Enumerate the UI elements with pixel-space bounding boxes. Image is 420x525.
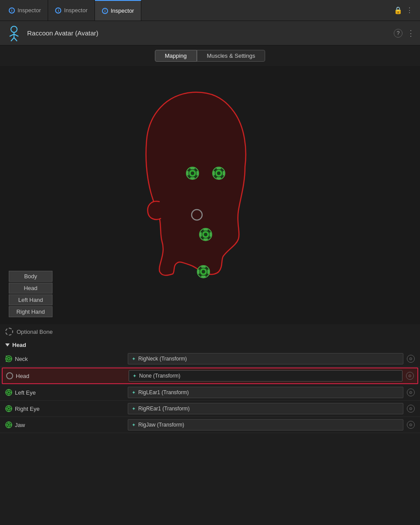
neck-bone-row: Neck ✦ RigNeck (Transform) ⊙ — [0, 351, 420, 367]
righteye-target-button[interactable]: ⊙ — [407, 405, 415, 413]
head-bone-icon — [6, 372, 13, 379]
svg-rect-11 — [196, 171, 199, 175]
body-button[interactable]: Body — [9, 271, 52, 282]
svg-point-0 — [11, 26, 17, 32]
svg-rect-38 — [6, 356, 7, 357]
optional-bone-label: Optional Bone — [17, 329, 52, 335]
lefteye-bone-row: Left Eye ✦ RigLEar1 (Transform) ⊙ — [0, 385, 420, 401]
neck-transform-field[interactable]: ✦ RigNeck (Transform) — [128, 353, 403, 364]
svg-rect-24 — [203, 228, 208, 231]
lefteye-bone-label: Left Eye — [15, 389, 36, 396]
svg-rect-9 — [190, 167, 195, 169]
lefteye-transform-text: RigLEar1 (Transform) — [138, 389, 189, 396]
right-hand-button[interactable]: Right Hand — [9, 306, 52, 317]
righteye-bone-name-col: Right Eye — [5, 405, 128, 412]
tab-bar: i Inspector i Inspector i Inspector 🔒 ⋮ — [0, 0, 420, 21]
lock-icon[interactable]: 🔒 — [394, 6, 402, 14]
svg-point-58 — [8, 424, 10, 426]
svg-rect-27 — [200, 232, 202, 237]
neck-bone-label: Neck — [15, 356, 28, 362]
lefteye-transform-icon: ✦ — [132, 390, 136, 396]
asset-title: Raccoon Avatar (Avatar) — [27, 29, 98, 37]
section-title: Head — [12, 342, 26, 348]
lefteye-bone-name-col: Left Eye — [5, 389, 128, 396]
lefteye-target-button[interactable]: ⊙ — [407, 388, 415, 396]
tab-bar-actions: 🔒 ⋮ — [394, 6, 418, 14]
more-options-icon[interactable]: ⋮ — [406, 6, 413, 14]
svg-point-44 — [8, 392, 10, 393]
svg-rect-16 — [217, 167, 221, 169]
tab-mapping[interactable]: Mapping — [155, 50, 197, 62]
nav-buttons: Body Head Left Hand Right Hand — [9, 271, 52, 317]
svg-rect-32 — [201, 276, 206, 278]
neck-bone-name-col: Neck — [5, 355, 128, 362]
optional-bone-icon — [5, 328, 13, 336]
svg-rect-53 — [11, 408, 12, 410]
jaw-target-button[interactable]: ⊙ — [407, 421, 415, 429]
asset-header-right: ? ⋮ — [394, 28, 415, 38]
svg-rect-31 — [201, 266, 206, 268]
head-bone-name-col: Head — [6, 372, 129, 379]
svg-rect-41 — [11, 358, 12, 360]
svg-rect-62 — [8, 427, 10, 428]
left-hand-button[interactable]: Left Hand — [9, 294, 52, 305]
tab-inspector-1[interactable]: i Inspector — [2, 0, 48, 21]
neck-target-button[interactable]: ⊙ — [407, 355, 415, 363]
head-bone-row: Head ✦ None (Transform) ⊙ — [2, 368, 418, 384]
svg-rect-39 — [6, 361, 7, 362]
svg-rect-26 — [210, 232, 212, 237]
svg-rect-40 — [6, 358, 7, 360]
jaw-transform-icon: ✦ — [132, 422, 136, 428]
tab-inspector-3[interactable]: i Inspector — [95, 0, 141, 21]
asset-header: Raccoon Avatar (Avatar) ? ⋮ — [0, 21, 420, 46]
help-button[interactable]: ? — [394, 29, 402, 38]
head-transform-icon: ✦ — [133, 373, 136, 379]
svg-rect-45 — [6, 392, 7, 393]
jaw-bone-row: Jaw ✦ RigJaw (Transform) ⊙ — [0, 417, 420, 433]
tab-muscles-settings[interactable]: Muscles & Settings — [197, 50, 266, 62]
sub-tabs: Mapping Muscles & Settings — [0, 46, 420, 66]
neck-bone-icon — [5, 355, 12, 362]
bone-section: Optional Bone Head Neck ✦ RigNeck (Trans… — [0, 324, 420, 433]
righteye-transform-text: RigREar1 (Transform) — [138, 406, 190, 412]
tab-label-2: Inspector — [64, 7, 87, 14]
righteye-bone-row: Right Eye ✦ RigREar1 (Transform) ⊙ — [0, 401, 420, 417]
righteye-transform-field[interactable]: ✦ RigREar1 (Transform) — [128, 403, 403, 414]
righteye-transform-icon: ✦ — [132, 406, 136, 412]
head-target-button[interactable]: ⊙ — [406, 372, 414, 380]
svg-rect-34 — [197, 270, 200, 274]
jaw-bone-name-col: Jaw — [5, 421, 128, 428]
svg-rect-48 — [8, 395, 10, 396]
svg-point-37 — [8, 358, 10, 360]
svg-point-51 — [8, 408, 10, 410]
jaw-transform-field[interactable]: ✦ RigJaw (Transform) — [128, 419, 403, 430]
head-transform-field[interactable]: ✦ None (Transform) — [129, 370, 402, 382]
lefteye-transform-field[interactable]: ✦ RigLEar1 (Transform) — [128, 387, 403, 398]
svg-point-15 — [217, 172, 220, 175]
head-transform-text: None (Transform) — [139, 373, 180, 379]
svg-rect-61 — [8, 422, 10, 423]
head-button[interactable]: Head — [9, 283, 52, 294]
svg-rect-55 — [8, 411, 10, 412]
lefteye-bone-icon — [5, 389, 12, 396]
svg-rect-19 — [213, 171, 215, 175]
tab-inspector-2[interactable]: i Inspector — [48, 0, 94, 21]
svg-rect-33 — [207, 270, 210, 274]
neck-transform-text: RigNeck (Transform) — [138, 356, 187, 362]
svg-rect-10 — [190, 177, 195, 179]
tab-label-3: Inspector — [111, 7, 134, 14]
head-section-header: Head — [0, 339, 420, 351]
svg-line-3 — [14, 34, 18, 36]
optional-bone-row: Optional Bone — [0, 324, 420, 339]
head-silhouette — [122, 70, 298, 302]
tab-info-icon-3: i — [102, 8, 108, 14]
svg-rect-17 — [217, 177, 221, 179]
svg-rect-59 — [6, 424, 7, 426]
svg-line-2 — [10, 34, 14, 36]
head-bone-label: Head — [16, 373, 29, 379]
tab-info-icon-2: i — [55, 7, 61, 14]
avatar-icon — [5, 24, 23, 42]
svg-line-5 — [14, 38, 17, 41]
asset-more-icon[interactable]: ⋮ — [407, 28, 415, 38]
preview-area: Body Head Left Hand Right Hand — [0, 66, 420, 324]
